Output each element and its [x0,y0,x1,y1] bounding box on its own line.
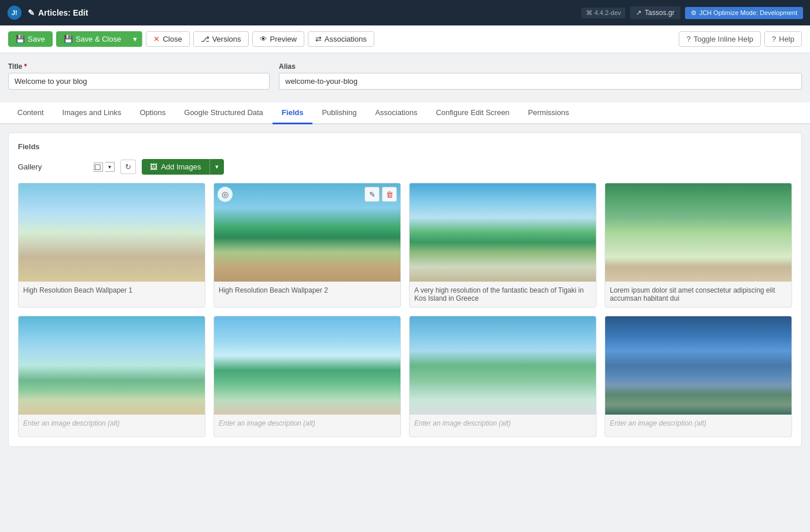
gallery-item: Lorem ipsum dolor sit amet consectetur a… [605,183,792,308]
fields-legend: Fields [18,142,792,151]
title-input[interactable] [8,73,270,90]
add-images-dropdown-button[interactable]: ▾ [209,159,224,175]
page-title: ✎ Articles: Edit [28,8,88,17]
fields-section: Fields Gallery ☐ ▾ ↻ 🖼 Add Images ▾ High… [8,132,802,447]
tab-associations[interactable]: Associations [366,102,426,124]
image-thumbnail: ◎ ✎ 🗑 [214,183,400,282]
image-thumbnail [605,183,791,282]
title-label: Title * [8,62,270,71]
preview-button[interactable]: 👁 Preview [252,31,304,47]
image-caption: Enter an image description (alt) [410,415,596,437]
toggle-inline-help-button[interactable]: ? Toggle Inline Help [679,31,761,47]
tab-google-structured-data[interactable]: Google Structured Data [175,102,273,124]
image-caption: Enter an image description (alt) [19,415,205,437]
image-controls: ✎ 🗑 [365,187,397,202]
image-thumbnail [605,316,791,415]
gear-icon: ⚙ [691,9,697,17]
pencil-icon: ✎ [28,8,35,17]
gallery-item: Enter an image description (alt) [409,316,597,437]
title-group: Title * [8,62,270,90]
joomla-icon: J! [7,5,22,20]
tab-options[interactable]: Options [130,102,175,124]
select-all-checkbox-group: ☐ ▾ [94,162,115,172]
gallery-item: Enter an image description (alt) [18,316,205,437]
close-icon: ✕ [153,35,160,43]
select-all-arrow[interactable]: ▾ [105,162,115,172]
tab-images-links[interactable]: Images and Links [53,102,131,124]
navbar: J! ✎ Articles: Edit ⌘ 4.4.2-dev ↗ Tassos… [0,0,810,25]
external-link-icon: ↗ [636,9,642,17]
gallery-item: A very high resolution of the fantastic … [409,183,597,308]
associations-button[interactable]: ⇄ Associations [308,31,374,47]
navbar-brand: J! [7,5,22,20]
save-close-group: 💾 Save & Close ▾ [56,31,143,47]
article-form: Title * Alias [0,53,810,102]
image-caption: High Resolution Beach Wallpaper 2 [214,282,400,304]
preview-icon: 👁 [260,35,267,43]
versions-icon: ⎇ [201,35,209,43]
save-icon: 💾 [16,35,25,43]
question-icon: ? [686,35,690,43]
gallery-item: Enter an image description (alt) [605,316,792,437]
save-close-icon: 💾 [64,35,73,43]
user-menu[interactable]: ↗ Tassos.gr [630,6,680,19]
save-close-button[interactable]: 💾 Save & Close [56,31,128,47]
tab-publishing[interactable]: Publishing [312,102,366,124]
add-images-button[interactable]: 🖼 Add Images [142,159,209,175]
help-icon: ? [772,35,776,43]
image-caption: Enter an image description (alt) [605,415,791,437]
save-button[interactable]: 💾 Save [8,31,53,47]
image-thumbnail [410,183,596,282]
image-thumbnail [19,183,205,282]
image-edit-button[interactable]: ✎ [365,187,380,202]
close-button[interactable]: ✕ Close [146,31,189,47]
gallery-label: Gallery [18,162,42,171]
svg-text:J!: J! [12,9,17,16]
gallery-grid: High Resolution Beach Wallpaper 1 ◎ ✎ 🗑 … [18,183,792,437]
image-delete-button[interactable]: 🗑 [382,187,397,202]
image-select-button[interactable]: ◎ [218,187,233,202]
alias-group: Alias [279,62,802,90]
tabs-bar: ContentImages and LinksOptionsGoogle Str… [0,102,810,124]
image-thumbnail [410,316,596,415]
optimize-mode-button[interactable]: ⚙ JCH Optimize Mode: Development [685,7,803,19]
image-thumbnail [214,316,400,415]
image-caption: Enter an image description (alt) [214,415,400,437]
help-button[interactable]: ? Help [764,31,802,47]
add-images-group: 🖼 Add Images ▾ [142,159,223,175]
gallery-item: ◎ ✎ 🗑 High Resolution Beach Wallpaper 2 [213,183,401,308]
image-caption: High Resolution Beach Wallpaper 1 [19,282,205,304]
tab-configure-edit-screen[interactable]: Configure Edit Screen [426,102,518,124]
version-badge: ⌘ 4.4.2-dev [581,8,625,19]
versions-button[interactable]: ⎇ Versions [193,31,249,47]
tab-permissions[interactable]: Permissions [519,102,579,124]
select-all-checkbox[interactable]: ☐ [94,162,103,172]
gallery-item: Enter an image description (alt) [213,316,401,437]
image-caption: A very high resolution of the fantastic … [410,282,596,307]
associations-icon: ⇄ [315,35,322,43]
image-thumbnail [19,316,205,415]
save-close-arrow-button[interactable]: ▾ [128,31,142,47]
alias-label: Alias [279,62,802,71]
refresh-button[interactable]: ↻ [120,160,136,174]
tab-fields[interactable]: Fields [273,102,313,124]
gallery-item: High Resolution Beach Wallpaper 1 [18,183,205,308]
content-area: Fields Gallery ☐ ▾ ↻ 🖼 Add Images ▾ High… [0,124,810,455]
toolbar: 💾 Save 💾 Save & Close ▾ ✕ Close ⎇ Versio… [0,25,810,53]
add-images-icon: 🖼 [150,162,157,171]
alias-input[interactable] [279,73,802,90]
gallery-toolbar: Gallery ☐ ▾ ↻ 🖼 Add Images ▾ [18,159,792,175]
image-caption: Lorem ipsum dolor sit amet consectetur a… [605,282,791,307]
tab-content[interactable]: Content [8,102,53,124]
title-required: * [24,62,27,71]
